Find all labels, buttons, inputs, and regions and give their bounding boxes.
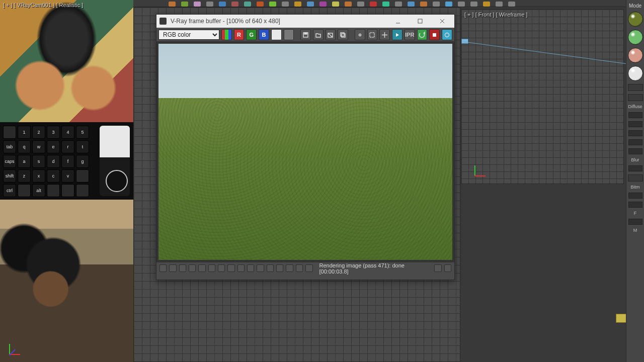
param-spinner[interactable]: [628, 202, 642, 208]
axis-gizmo: [9, 343, 21, 355]
load-image-button[interactable]: [313, 29, 324, 40]
exposure-button[interactable]: [189, 264, 196, 272]
param-spinner[interactable]: [628, 121, 642, 127]
compare-button[interactable]: [305, 264, 312, 272]
material-tool-button[interactable]: [628, 174, 643, 182]
param-spinner[interactable]: [628, 148, 642, 154]
material-editor-title: Mode: [629, 3, 641, 9]
vfb-render-area[interactable]: [156, 42, 454, 262]
vfb-title-text: V-Ray frame buffer - [100% of 640 x 480]: [171, 18, 280, 25]
mono-channel-button[interactable]: [284, 29, 294, 40]
param-label: M: [633, 228, 637, 233]
render-last-button[interactable]: [392, 29, 403, 40]
stop-render-button[interactable]: [429, 29, 440, 40]
vfb-status-text: Rendering image (pass 471): done [00:00:…: [319, 262, 430, 275]
save-image-button[interactable]: [300, 29, 311, 40]
svg-rect-17: [342, 34, 345, 37]
vray-frame-buffer-window[interactable]: V-Ray frame buffer - [100% of 640 x 480]…: [156, 14, 455, 280]
svg-marker-22: [396, 33, 399, 37]
vfb-cc-panel-toggle[interactable]: [444, 264, 451, 272]
svg-rect-23: [433, 33, 436, 37]
vfb-settings-button[interactable]: [442, 29, 452, 40]
srgb-button[interactable]: [276, 264, 283, 272]
clear-image-button[interactable]: [326, 29, 336, 40]
svg-rect-19: [370, 33, 374, 37]
render-output: [158, 44, 452, 260]
svg-rect-16: [341, 33, 344, 36]
param-spinner[interactable]: [628, 219, 642, 225]
vfb-statusbar: Rendering image (pass 471): done [00:00:…: [156, 262, 454, 274]
material-preview-sphere[interactable]: [628, 12, 643, 27]
svg-line-15: [328, 33, 333, 37]
channel-select[interactable]: RGB color: [158, 30, 219, 40]
bg-image-button[interactable]: [237, 264, 245, 272]
duplicate-button[interactable]: [338, 29, 348, 40]
curves-button[interactable]: [218, 264, 225, 272]
svg-rect-13: [304, 33, 307, 34]
material-preview-sphere[interactable]: [628, 30, 643, 45]
rgb-channels-button[interactable]: [221, 29, 232, 40]
param-label: Bitm: [631, 185, 640, 190]
close-button[interactable]: [433, 15, 451, 28]
param-label: Blur: [631, 157, 639, 162]
param-spinner[interactable]: [628, 139, 642, 145]
minimize-button[interactable]: [389, 15, 407, 28]
history-prev-button[interactable]: [159, 264, 167, 272]
blue-channel-button[interactable]: B: [259, 29, 269, 40]
start-ipr-button[interactable]: [417, 29, 428, 40]
param-label: Diffuse: [628, 104, 642, 109]
svg-point-24: [445, 33, 449, 37]
material-tool-button[interactable]: [628, 94, 643, 101]
svg-rect-9: [418, 19, 422, 23]
param-spinner[interactable]: [628, 112, 642, 118]
param-spinner[interactable]: [628, 165, 642, 171]
link-vfb-button[interactable]: [379, 29, 390, 40]
track-mouse-button[interactable]: [355, 29, 365, 40]
material-tool-button[interactable]: [628, 84, 643, 91]
history-next-button[interactable]: [169, 264, 176, 272]
white-balance-button[interactable]: [198, 264, 205, 272]
param-spinner[interactable]: [628, 130, 642, 136]
material-preview-sphere[interactable]: [628, 66, 643, 81]
lut-button[interactable]: [247, 264, 254, 272]
vfb-history-toggle[interactable]: [434, 264, 441, 272]
color-corrections-button[interactable]: [179, 264, 186, 272]
red-channel-button[interactable]: R: [234, 29, 245, 40]
param-spinner[interactable]: [628, 193, 642, 199]
levels-button[interactable]: [227, 264, 234, 272]
material-editor-panel: Mode Diffuse Blur Bitm F M: [626, 0, 644, 362]
region-render-button[interactable]: [367, 29, 378, 40]
maximize-button[interactable]: [411, 15, 429, 28]
vfb-toolbar: RGB color R G B IPR: [156, 28, 454, 42]
ocio-button[interactable]: [257, 264, 264, 272]
viewport-camera[interactable]: [ + ] [ VRayCam001 ] [ Realistic ]: [0, 0, 163, 176]
stamp-button[interactable]: [286, 264, 293, 272]
param-label: F: [634, 211, 637, 216]
hue-sat-button[interactable]: [208, 264, 215, 272]
green-channel-button[interactable]: G: [246, 29, 257, 40]
vfb-app-icon: [159, 18, 167, 25]
alpha-channel-button[interactable]: [271, 29, 282, 40]
icc-button[interactable]: [267, 264, 274, 272]
show-ipr-button[interactable]: IPR: [405, 29, 415, 40]
svg-point-18: [359, 34, 361, 36]
vfb-titlebar[interactable]: V-Ray frame buffer - [100% of 640 x 480]: [156, 15, 454, 28]
material-preview-sphere[interactable]: [628, 48, 643, 63]
pixel-info-button[interactable]: [296, 264, 303, 272]
